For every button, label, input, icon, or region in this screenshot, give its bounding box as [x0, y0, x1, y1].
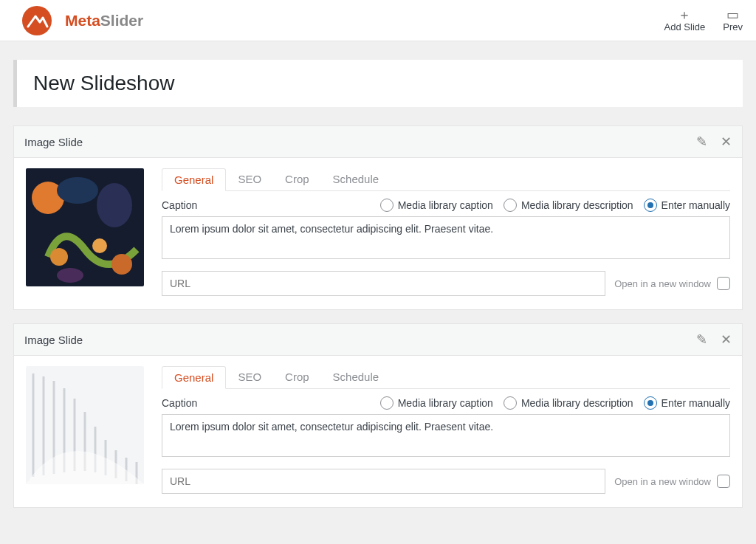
page-title: New Slideshow — [33, 72, 726, 95]
slide-card: Image Slide ✎ ✕ — [13, 323, 743, 508]
svg-point-2 — [57, 177, 98, 204]
radio-media-caption-label: Media library caption — [398, 199, 493, 211]
caption-row: Caption Media library caption Media libr… — [162, 396, 730, 410]
radio-enter-manually[interactable]: Enter manually — [644, 396, 730, 410]
brand-name-rest: Slider — [100, 12, 143, 29]
slide-head: Image Slide ✎ ✕ — [14, 324, 742, 356]
open-new-window-label: Open in a new window — [614, 476, 711, 487]
caption-source-radios: Media library caption Media library desc… — [380, 199, 730, 212]
caption-input[interactable] — [162, 216, 730, 259]
radio-media-description[interactable]: Media library description — [504, 396, 633, 410]
slide-head-actions: ✎ ✕ — [696, 331, 732, 348]
slide-body: General SEO Crop Schedule Caption Media … — [14, 158, 742, 309]
brand: MetaSlider — [22, 6, 143, 35]
radio-media-description[interactable]: Media library description — [504, 199, 633, 212]
brand-logo — [22, 6, 52, 35]
slide-body: General SEO Crop Schedule Caption Media … — [14, 356, 742, 507]
radio-dot — [644, 396, 657, 410]
svg-point-6 — [111, 254, 132, 275]
brand-name-accent: Meta — [65, 12, 100, 29]
radio-enter-manually-label: Enter manually — [662, 199, 730, 211]
radio-media-caption[interactable]: Media library caption — [380, 199, 493, 212]
open-new-window[interactable]: Open in a new window — [614, 475, 730, 488]
tabs: General SEO Crop Schedule — [162, 168, 730, 191]
radio-dot — [504, 199, 517, 212]
delete-icon[interactable]: ✕ — [721, 331, 732, 348]
checkbox[interactable] — [717, 475, 730, 488]
caption-label: Caption — [162, 199, 197, 211]
tab-seo[interactable]: SEO — [226, 366, 273, 388]
caption-input[interactable] — [162, 414, 730, 457]
tab-crop[interactable]: Crop — [273, 168, 321, 190]
svg-point-3 — [97, 183, 132, 227]
checkbox[interactable] — [717, 277, 730, 290]
delete-icon[interactable]: ✕ — [721, 134, 732, 150]
open-new-window-label: Open in a new window — [614, 278, 711, 289]
edit-icon[interactable]: ✎ — [696, 134, 707, 150]
radio-media-description-label: Media library description — [521, 199, 633, 211]
plus-icon: ＋ — [678, 8, 691, 21]
screen-icon: ▭ — [726, 8, 739, 21]
slide-head-label: Image Slide — [24, 136, 83, 148]
slide-form: General SEO Crop Schedule Caption Media … — [162, 168, 730, 296]
slide-form: General SEO Crop Schedule Caption Media … — [162, 366, 730, 494]
slide-card: Image Slide ✎ ✕ General SEO — [13, 125, 743, 310]
preview-button[interactable]: ▭ Prev — [723, 8, 743, 33]
add-slide-label: Add Slide — [664, 21, 706, 33]
radio-dot — [644, 199, 657, 212]
open-new-window[interactable]: Open in a new window — [614, 277, 730, 290]
url-row: Open in a new window — [162, 271, 730, 296]
tab-schedule[interactable]: Schedule — [321, 366, 391, 388]
radio-enter-manually[interactable]: Enter manually — [644, 199, 730, 212]
radio-enter-manually-label: Enter manually — [662, 397, 730, 409]
radio-media-description-label: Media library description — [521, 397, 633, 409]
tabs: General SEO Crop Schedule — [162, 366, 730, 389]
page-title-wrap: New Slideshow — [13, 60, 743, 107]
slide-head-label: Image Slide — [24, 334, 83, 346]
caption-source-radios: Media library caption Media library desc… — [380, 396, 730, 410]
caption-label: Caption — [162, 397, 197, 409]
brand-name: MetaSlider — [65, 12, 143, 30]
url-input[interactable] — [162, 469, 605, 494]
svg-point-7 — [57, 268, 83, 283]
edit-icon[interactable]: ✎ — [696, 331, 707, 348]
url-row: Open in a new window — [162, 469, 730, 494]
slide-head-actions: ✎ ✕ — [696, 134, 732, 150]
top-actions: ＋ Add Slide ▭ Prev — [664, 8, 743, 33]
slide-thumbnail[interactable] — [26, 366, 144, 484]
radio-media-caption[interactable]: Media library caption — [380, 396, 493, 410]
svg-point-5 — [92, 238, 107, 253]
caption-row: Caption Media library caption Media libr… — [162, 199, 730, 212]
tab-crop[interactable]: Crop — [273, 366, 321, 388]
radio-media-caption-label: Media library caption — [398, 397, 493, 409]
tab-schedule[interactable]: Schedule — [321, 168, 391, 190]
topbar: MetaSlider ＋ Add Slide ▭ Prev — [0, 0, 756, 41]
tab-seo[interactable]: SEO — [226, 168, 273, 190]
radio-dot — [380, 396, 394, 410]
add-slide-button[interactable]: ＋ Add Slide — [664, 8, 706, 33]
svg-point-4 — [50, 248, 68, 266]
tab-general[interactable]: General — [162, 168, 226, 191]
preview-label: Prev — [723, 21, 743, 33]
radio-dot — [504, 396, 517, 410]
url-input[interactable] — [162, 271, 605, 296]
slide-thumbnail[interactable] — [26, 168, 144, 286]
radio-dot — [380, 199, 394, 212]
slide-head: Image Slide ✎ ✕ — [14, 126, 742, 158]
tab-general[interactable]: General — [162, 366, 226, 389]
